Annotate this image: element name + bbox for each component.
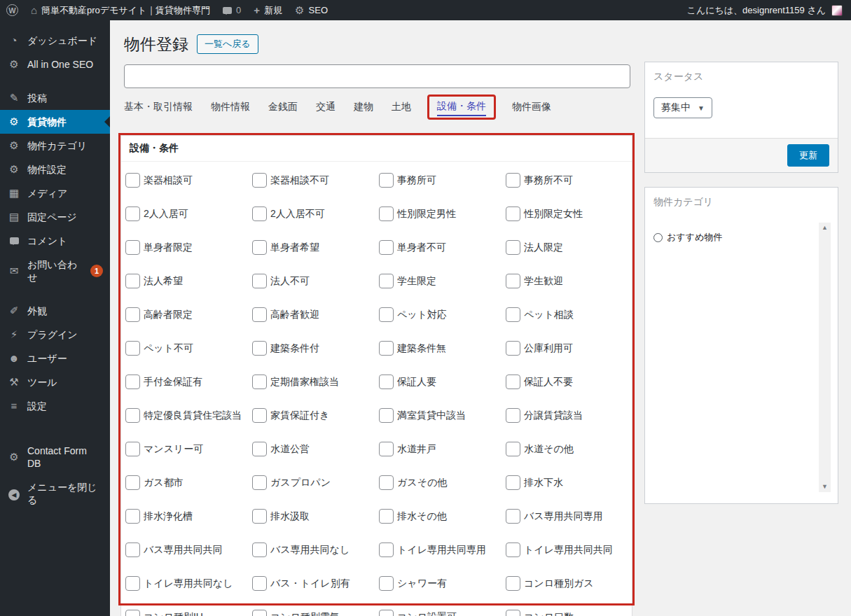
checkbox[interactable]: [125, 475, 140, 490]
checkbox[interactable]: [252, 173, 267, 188]
equipment-checkbox-item[interactable]: 分譲賃貸該当: [506, 408, 632, 423]
equipment-checkbox-item[interactable]: トイレ専用共同共同: [506, 542, 632, 557]
equipment-checkbox-item[interactable]: シャワー有: [379, 576, 506, 591]
tab-equipment-conditions[interactable]: 設備・条件: [437, 96, 486, 116]
checkbox[interactable]: [379, 542, 394, 557]
equipment-checkbox-item[interactable]: 排水その他: [379, 509, 506, 524]
sidebar-item-posts[interactable]: ✎ 投稿: [0, 86, 110, 110]
checkbox[interactable]: [506, 341, 520, 356]
equipment-checkbox-item[interactable]: 公庫利用可: [506, 341, 632, 356]
status-select[interactable]: 募集中 ▼: [653, 97, 712, 118]
sidebar-item-dashboard[interactable]: ◔ ダッシュボード: [0, 29, 110, 52]
sidebar-item-all-in-one-seo[interactable]: ⚙ All in One SEO: [0, 52, 110, 76]
checkbox[interactable]: [506, 206, 520, 221]
sidebar-item-appearance[interactable]: ✐ 外観: [0, 299, 110, 323]
checkbox[interactable]: [379, 610, 394, 616]
sidebar-item-property-category[interactable]: ⚙ 物件カテゴリ: [0, 134, 110, 158]
sidebar-item-media[interactable]: ▦ メディア: [0, 181, 110, 205]
seo-menu[interactable]: ⚙ SEO: [289, 0, 334, 20]
checkbox[interactable]: [252, 307, 267, 322]
equipment-checkbox-item[interactable]: 建築条件無: [379, 341, 506, 356]
checkbox[interactable]: [379, 408, 394, 423]
checkbox[interactable]: [506, 307, 520, 322]
checkbox[interactable]: [125, 374, 140, 389]
sidebar-item-pages[interactable]: ▤ 固定ページ: [0, 205, 110, 229]
equipment-checkbox-item[interactable]: 排水浄化槽: [125, 509, 252, 524]
user-greeting[interactable]: こんにちは、designrent1159 さん: [687, 4, 826, 17]
tab-transport[interactable]: 交通: [316, 97, 335, 118]
scroll-down-icon[interactable]: ▼: [822, 484, 828, 490]
equipment-checkbox-item[interactable]: 2人入居可: [125, 206, 252, 221]
equipment-checkbox-item[interactable]: コンロ種別ガス: [506, 576, 632, 591]
equipment-checkbox-item[interactable]: コンロ種別IH: [125, 610, 252, 616]
equipment-checkbox-item[interactable]: 保証人要: [379, 374, 506, 389]
tab-money[interactable]: 金銭面: [268, 97, 298, 118]
equipment-checkbox-item[interactable]: ガスその他: [379, 475, 506, 490]
checkbox[interactable]: [506, 576, 520, 591]
checkbox[interactable]: [125, 173, 140, 188]
sidebar-item-settings[interactable]: ≡ 設定: [0, 394, 110, 418]
equipment-checkbox-item[interactable]: 高齢者歓迎: [252, 307, 379, 322]
equipment-checkbox-item[interactable]: 学生歓迎: [506, 274, 632, 288]
equipment-checkbox-item[interactable]: トイレ専用共同専用: [379, 542, 506, 557]
checkbox[interactable]: [379, 475, 394, 490]
checkbox[interactable]: [379, 274, 394, 288]
checkbox[interactable]: [125, 206, 140, 221]
equipment-checkbox-item[interactable]: 法人希望: [125, 274, 252, 288]
equipment-checkbox-item[interactable]: 手付金保証有: [125, 374, 252, 389]
checkbox[interactable]: [252, 374, 267, 389]
equipment-checkbox-item[interactable]: ガス都市: [125, 475, 252, 490]
equipment-checkbox-item[interactable]: 単身者不可: [379, 240, 506, 255]
equipment-checkbox-item[interactable]: 楽器相談可: [125, 173, 252, 188]
checkbox[interactable]: [506, 610, 520, 616]
checkbox[interactable]: [125, 610, 140, 616]
checkbox[interactable]: [506, 442, 520, 456]
checkbox[interactable]: [252, 610, 267, 616]
equipment-checkbox-item[interactable]: 法人限定: [506, 240, 632, 255]
checkbox[interactable]: [125, 307, 140, 322]
checkbox[interactable]: [252, 341, 267, 356]
equipment-checkbox-item[interactable]: 家賃保証付き: [252, 408, 379, 423]
checkbox[interactable]: [506, 475, 520, 490]
sidebar-item-contact[interactable]: ✉ お問い合わせ 1: [0, 253, 110, 289]
equipment-checkbox-item[interactable]: バス専用共同共同: [125, 542, 252, 557]
tab-property-info[interactable]: 物件情報: [211, 97, 250, 118]
equipment-checkbox-item[interactable]: トイレ専用共同なし: [125, 576, 252, 591]
checkbox[interactable]: [252, 509, 267, 524]
checkbox[interactable]: [252, 576, 267, 591]
checkbox[interactable]: [125, 542, 140, 557]
checkbox[interactable]: [252, 475, 267, 490]
checkbox[interactable]: [506, 374, 520, 389]
equipment-checkbox-item[interactable]: バス専用共同専用: [506, 509, 632, 524]
update-button[interactable]: 更新: [787, 144, 829, 167]
wordpress-menu[interactable]: W: [0, 0, 25, 20]
checkbox[interactable]: [125, 408, 140, 423]
sidebar-item-plugins[interactable]: ⚡ プラグイン: [0, 323, 110, 346]
checkbox[interactable]: [506, 509, 520, 524]
equipment-checkbox-item[interactable]: コンロ設置可: [379, 610, 506, 616]
tab-basic-transaction[interactable]: 基本・取引情報: [124, 97, 193, 118]
back-to-list-button[interactable]: 一覧へ戻る: [197, 34, 258, 54]
equipment-checkbox-item[interactable]: 事務所不可: [506, 173, 632, 188]
tab-building[interactable]: 建物: [354, 97, 373, 118]
equipment-checkbox-item[interactable]: 満室賃貸中該当: [379, 408, 506, 423]
tab-property-images[interactable]: 物件画像: [512, 97, 551, 118]
equipment-checkbox-item[interactable]: ペット不可: [125, 341, 252, 356]
sidebar-item-property-settings[interactable]: ⚙ 物件設定: [0, 158, 110, 181]
equipment-checkbox-item[interactable]: 水道井戸: [379, 442, 506, 456]
checkbox[interactable]: [379, 173, 394, 188]
equipment-checkbox-item[interactable]: 特定優良賃貸住宅該当: [125, 408, 252, 423]
checkbox[interactable]: [379, 206, 394, 221]
equipment-checkbox-item[interactable]: バス専用共同なし: [252, 542, 379, 557]
checkbox[interactable]: [252, 442, 267, 456]
new-content-menu[interactable]: + 新規: [247, 0, 289, 20]
equipment-checkbox-item[interactable]: 2人入居不可: [252, 206, 379, 221]
scroll-up-icon[interactable]: ▲: [822, 225, 828, 231]
category-radio-item[interactable]: おすすめ物件: [645, 217, 838, 258]
equipment-checkbox-item[interactable]: 事務所可: [379, 173, 506, 188]
checkbox[interactable]: [506, 542, 520, 557]
checkbox[interactable]: [252, 542, 267, 557]
checkbox[interactable]: [125, 442, 140, 456]
equipment-checkbox-item[interactable]: バス・トイレ別有: [252, 576, 379, 591]
sidebar-item-rental-properties[interactable]: ⚙ 賃貸物件: [0, 110, 110, 134]
